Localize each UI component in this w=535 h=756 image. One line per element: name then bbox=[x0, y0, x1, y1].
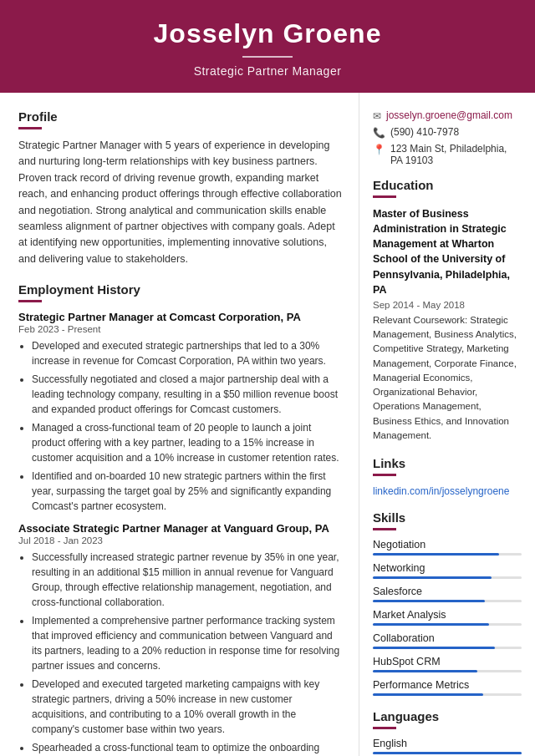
skill-bar-fill-0 bbox=[373, 553, 499, 556]
skill-item-6: Performance Metrics bbox=[373, 679, 522, 696]
skill-bar-fill-3 bbox=[373, 623, 489, 626]
education-underline bbox=[373, 195, 396, 198]
skill-bar-fill-1 bbox=[373, 576, 492, 579]
edu-courses: Relevant Coursework: Strategic Managemen… bbox=[373, 313, 522, 443]
links-section-title: Links bbox=[373, 456, 522, 470]
skill-item-3: Market Analysis bbox=[373, 609, 522, 626]
header-divider bbox=[242, 56, 293, 58]
email-icon: ✉ bbox=[373, 110, 381, 122]
skills-underline bbox=[373, 528, 396, 530]
skill-bar-bg-4 bbox=[373, 647, 522, 649]
location-icon: 📍 bbox=[373, 144, 385, 155]
job-2: Associate Strategic Partner Manager at V… bbox=[18, 522, 344, 756]
address-text: 123 Main St, Philadelphia, PA 19103 bbox=[390, 143, 522, 166]
skill-bar-bg-3 bbox=[373, 623, 522, 626]
contact-address-row: 📍 123 Main St, Philadelphia, PA 19103 bbox=[373, 143, 522, 166]
skills-list: Negotiation Networking Salesforce Market… bbox=[373, 539, 522, 696]
job-2-bullets: Successfully increased strategic partner… bbox=[18, 550, 344, 756]
job-1-title: Strategic Partner Manager at Comcast Cor… bbox=[18, 311, 344, 323]
skill-name-4: Collaboration bbox=[373, 632, 522, 644]
employment-section: Employment History Strategic Partner Man… bbox=[18, 282, 344, 756]
profile-text: Strategic Partner Manager with 5 years o… bbox=[18, 138, 344, 267]
candidate-title: Strategic Partner Manager bbox=[17, 64, 518, 78]
languages-section: Languages English Indonesian bbox=[373, 709, 522, 756]
edu-courses-text: Strategic Management, Business Analytics… bbox=[373, 315, 517, 440]
skills-section-title: Skills bbox=[373, 510, 522, 525]
skill-bar-fill-6 bbox=[373, 693, 483, 696]
job-1-bullet-3: Managed a cross-functional team of 20 pe… bbox=[32, 420, 344, 465]
job-1: Strategic Partner Manager at Comcast Cor… bbox=[18, 311, 344, 514]
skill-item-4: Collaboration bbox=[373, 632, 522, 649]
skill-name-3: Market Analysis bbox=[373, 609, 522, 621]
languages-section-title: Languages bbox=[373, 709, 522, 723]
lang-item-0: English bbox=[373, 738, 522, 754]
candidate-name: Josselyn Groene bbox=[17, 18, 518, 49]
job-2-bullet-4: Spearheaded a cross-functional team to o… bbox=[32, 740, 344, 756]
right-column: ✉ josselyn.groene@gmail.com 📞 (590) 410-… bbox=[359, 93, 535, 756]
skill-bar-bg-0 bbox=[373, 553, 522, 556]
lang-bar-fill-0 bbox=[373, 752, 522, 754]
lang-bar-bg-0 bbox=[373, 752, 522, 754]
skill-bar-bg-6 bbox=[373, 693, 522, 696]
skill-item-2: Salesforce bbox=[373, 586, 522, 602]
header: Josselyn Groene Strategic Partner Manage… bbox=[0, 0, 535, 93]
contact-email-row: ✉ josselyn.groene@gmail.com bbox=[373, 109, 522, 122]
job-2-title: Associate Strategic Partner Manager at V… bbox=[18, 522, 344, 535]
job-1-bullet-4: Identified and on-boarded 10 new strateg… bbox=[32, 469, 344, 514]
skill-bar-fill-4 bbox=[373, 647, 495, 649]
education-section: Education Master of Business Administrat… bbox=[373, 178, 522, 443]
skill-bar-bg-2 bbox=[373, 600, 522, 602]
skill-item-0: Negotiation bbox=[373, 539, 522, 556]
skill-name-6: Performance Metrics bbox=[373, 679, 522, 691]
job-2-date: Jul 2018 - Jan 2023 bbox=[18, 535, 344, 545]
profile-underline bbox=[18, 127, 42, 129]
edu-date: Sep 2014 - May 2018 bbox=[373, 300, 522, 310]
edu-degree: Master of Business Administration in Str… bbox=[373, 206, 522, 297]
job-1-bullet-2: Successfully negotiated and closed a maj… bbox=[32, 372, 344, 417]
languages-list: English Indonesian bbox=[373, 738, 522, 756]
phone-icon: 📞 bbox=[373, 127, 385, 139]
main-layout: Profile Strategic Partner Manager with 5… bbox=[0, 93, 535, 756]
phone-number: (590) 410-7978 bbox=[390, 126, 459, 138]
links-section: Links linkedin.com/in/josselyngroene bbox=[373, 456, 522, 497]
contact-section: ✉ josselyn.groene@gmail.com 📞 (590) 410-… bbox=[373, 109, 522, 166]
lang-name-0: English bbox=[373, 738, 522, 749]
skill-name-5: HubSpot CRM bbox=[373, 656, 522, 667]
job-1-date: Feb 2023 - Present bbox=[18, 324, 344, 334]
contact-phone-row: 📞 (590) 410-7978 bbox=[373, 126, 522, 139]
job-2-bullet-2: Implemented a comprehensive partner perf… bbox=[32, 613, 344, 673]
job-2-bullet-3: Developed and executed targeted marketin… bbox=[32, 677, 344, 737]
skill-name-2: Salesforce bbox=[373, 586, 522, 597]
links-underline bbox=[373, 474, 396, 476]
job-1-bullet-1: Developed and executed strategic partner… bbox=[32, 338, 344, 368]
skill-item-1: Networking bbox=[373, 562, 522, 579]
job-2-bullet-1: Successfully increased strategic partner… bbox=[32, 550, 344, 610]
skill-bar-bg-5 bbox=[373, 670, 522, 672]
skill-bar-fill-5 bbox=[373, 670, 477, 672]
skills-section: Skills Negotiation Networking Salesforce… bbox=[373, 510, 522, 696]
profile-section-title: Profile bbox=[18, 109, 344, 124]
languages-underline bbox=[373, 727, 396, 729]
email-link[interactable]: josselyn.groene@gmail.com bbox=[386, 109, 512, 121]
edu-courses-label: Relevant Coursework: bbox=[373, 315, 467, 325]
skill-name-0: Negotiation bbox=[373, 539, 522, 551]
skill-item-5: HubSpot CRM bbox=[373, 656, 522, 672]
employment-underline bbox=[18, 300, 42, 302]
skill-name-1: Networking bbox=[373, 562, 522, 574]
profile-section: Profile Strategic Partner Manager with 5… bbox=[18, 109, 344, 267]
employment-section-title: Employment History bbox=[18, 282, 344, 297]
education-section-title: Education bbox=[373, 178, 522, 192]
skill-bar-fill-2 bbox=[373, 600, 485, 602]
left-column: Profile Strategic Partner Manager with 5… bbox=[0, 93, 359, 756]
skill-bar-bg-1 bbox=[373, 576, 522, 579]
linkedin-link[interactable]: linkedin.com/in/josselyngroene bbox=[373, 485, 509, 497]
job-1-bullets: Developed and executed strategic partner… bbox=[18, 338, 344, 514]
